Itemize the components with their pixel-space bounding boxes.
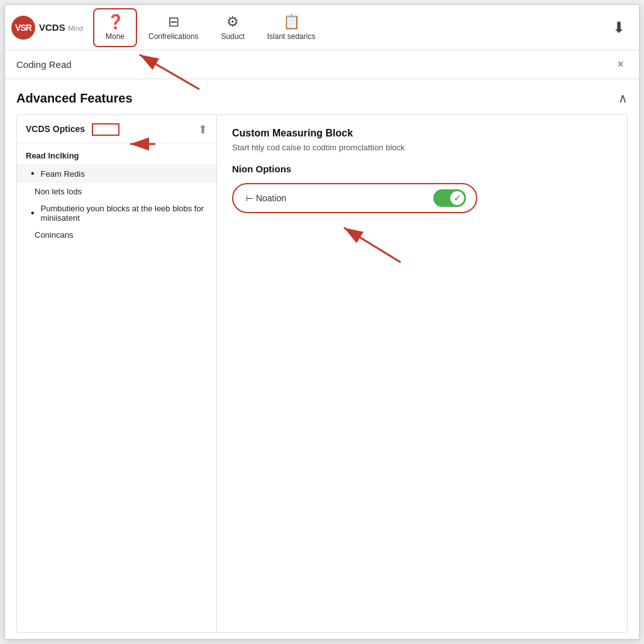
nav-item-confrelications[interactable]: ⊟ Confrelications	[137, 8, 209, 47]
toggle-prefix: ⊢	[246, 193, 256, 203]
nav-label-confrelications: Confrelications	[148, 32, 198, 41]
toggle-track: ✓	[433, 189, 466, 207]
nav-item-islant-sedarics[interactable]: 📋 Islant sedarics	[256, 8, 327, 47]
close-button[interactable]: ×	[613, 57, 628, 72]
logo-badge: VSR	[11, 16, 35, 40]
two-col-layout: VCDS Optices ⬆ Read Inclking Feam Redis …	[16, 114, 628, 633]
custom-block-title: Custom Measuring Block	[232, 128, 612, 139]
red-box-annotation	[92, 123, 119, 136]
custom-block-desc: Start htly cod calse to codtim promclatt…	[232, 143, 612, 152]
toggle-check-icon: ✓	[453, 193, 461, 203]
toggle-label: ⊢ Noation	[246, 193, 286, 203]
mone-icon: ❓	[107, 14, 124, 30]
download-button[interactable]: ⬇	[605, 14, 633, 42]
left-panel-header: VCDS Optices ⬆	[17, 123, 216, 143]
left-panel-title-row: VCDS Optices	[26, 123, 119, 136]
suduct-icon: ⚙	[226, 14, 239, 30]
upload-icon[interactable]: ⬆	[198, 123, 208, 136]
list-item-conincans[interactable]: Conincans	[17, 226, 216, 243]
logo-sub: Mind	[68, 25, 83, 32]
main-content: Advanced Features ∧ VCDS Optices ⬆ Read …	[5, 79, 639, 639]
right-panel: Custom Measuring Block Start htly cod ca…	[217, 115, 627, 632]
nav-item-suduct[interactable]: ⚙ Suduct	[209, 8, 255, 47]
left-panel-title: VCDS Optices	[26, 124, 85, 134]
list-item-feam-redis[interactable]: Feam Redis	[17, 164, 216, 183]
collapse-button[interactable]: ∧	[618, 91, 628, 106]
list-item-non-lets-lods[interactable]: Non lets lods	[17, 183, 216, 200]
nav-label-mone: Mone	[106, 32, 125, 41]
toggle-thumb: ✓	[450, 191, 464, 205]
top-nav: VSR VCDS Mind ❓ Mone ⊟ Confrelications ⚙…	[5, 5, 639, 50]
islant-sedarics-icon: 📋	[283, 14, 300, 30]
confrelications-icon: ⊟	[168, 14, 179, 30]
logo-area: VSR VCDS Mind	[11, 16, 83, 40]
logo-name-area: VCDS Mind	[39, 22, 83, 33]
page-title-bar: Coding Read ×	[5, 50, 639, 79]
section-title: Advanced Features	[16, 91, 133, 106]
logo-name: VCDS	[39, 22, 65, 33]
list-item-pumbutierio[interactable]: Pumbutierio youn blocks at the leeb blob…	[17, 200, 216, 226]
nav-item-mone[interactable]: ❓ Mone	[93, 8, 137, 47]
toggle-switch[interactable]: ✓	[433, 189, 466, 207]
toggle-row[interactable]: ⊢ Noation ✓	[232, 183, 477, 213]
page-title: Coding Read	[16, 59, 72, 70]
nav-label-suduct: Suduct	[221, 32, 244, 41]
nion-options-title: Nion Options	[232, 164, 612, 174]
left-panel: VCDS Optices ⬆ Read Inclking Feam Redis …	[17, 115, 217, 632]
left-section-label: Read Inclking	[17, 143, 216, 164]
section-header: Advanced Features ∧	[16, 91, 628, 106]
nav-label-islant-sedarics: Islant sedarics	[267, 32, 316, 41]
